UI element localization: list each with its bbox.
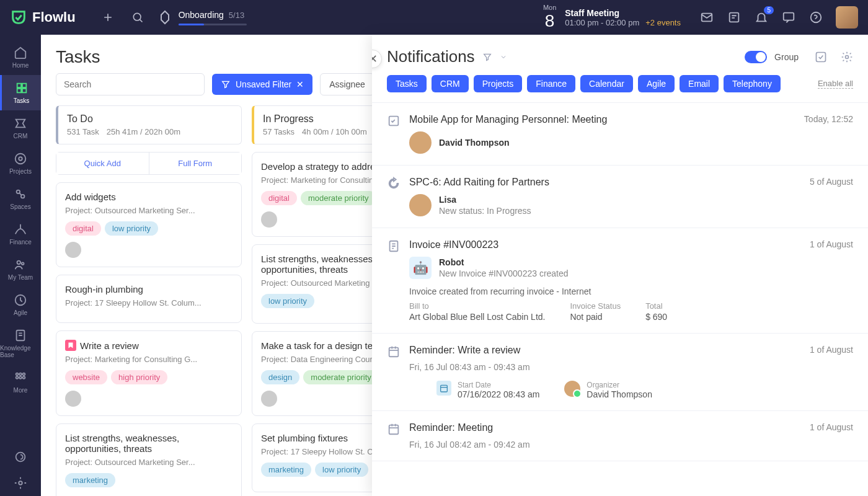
notif-date: Today, 12:52: [804, 114, 853, 124]
filter-chip-crm[interactable]: CRM: [432, 75, 469, 92]
svg-rect-8: [22, 89, 25, 92]
card-title: List strengths, weaknesses, opportunitie…: [65, 433, 232, 454]
notif-date: 5 of August: [810, 177, 853, 187]
full-form-button[interactable]: Full Form: [149, 153, 242, 174]
sidebar-item-knowledge-base[interactable]: Knowledge Base: [0, 322, 41, 365]
onboarding[interactable]: Onboarding 5/13: [157, 10, 247, 25]
assignee-avatar[interactable]: [261, 391, 277, 407]
unsaved-filter-pill[interactable]: Unsaved Filter ✕: [212, 74, 312, 95]
svg-rect-5: [17, 84, 20, 87]
tag[interactable]: digital: [261, 191, 297, 205]
gear-icon[interactable]: [841, 51, 853, 63]
task-card[interactable]: Add widgets Project: Outsourced Marketin…: [56, 182, 242, 267]
notification-item[interactable]: Reminder: Meeting1 of August Fri, 16 Jul…: [372, 411, 868, 461]
notif-date: 1 of August: [810, 422, 853, 432]
notification-item[interactable]: Reminder: Write a review1 of August Fri,…: [372, 334, 868, 411]
check-all-icon[interactable]: [815, 51, 827, 63]
quick-add-button[interactable]: Quick Add: [56, 153, 149, 174]
topbar: Flowlu Onboarding 5/13 Mon 8 Staff Meeti…: [0, 0, 868, 35]
help-icon[interactable]: [808, 10, 823, 25]
search-icon[interactable]: [130, 10, 145, 25]
card-project: Project: Outsourced Marketing Ser...: [65, 206, 232, 215]
sidebar-help-icon[interactable]: [0, 444, 41, 470]
svg-point-14: [22, 262, 24, 265]
sidebar-item-my-team[interactable]: My Team: [0, 252, 41, 287]
bell-icon[interactable]: 5: [754, 10, 769, 25]
user-avatar: [409, 131, 432, 154]
assignee-avatar[interactable]: [261, 211, 277, 228]
search-input[interactable]: [56, 73, 205, 95]
sidebar-item-projects[interactable]: Projects: [0, 146, 41, 181]
filter-label: Unsaved Filter: [236, 79, 291, 89]
tag[interactable]: low priority: [315, 463, 368, 477]
group-label: Group: [774, 52, 799, 62]
svg-point-9: [16, 154, 26, 164]
date-section[interactable]: Mon 8 Staff Meeting 01:00 pm - 02:00 pm …: [543, 4, 681, 31]
assignee-dropdown[interactable]: Assignee: [320, 73, 374, 95]
tag[interactable]: high priority: [111, 370, 167, 384]
task-card[interactable]: Write a review Project: Marketing for Co…: [56, 330, 242, 416]
chevron-down-icon[interactable]: [500, 53, 507, 61]
sidebar-item-home[interactable]: Home: [0, 40, 41, 75]
page-title: Tasks: [56, 47, 100, 67]
filter-chip-agile[interactable]: Agile: [638, 75, 675, 92]
svg-point-21: [19, 376, 22, 379]
tag[interactable]: moderate priority: [301, 191, 376, 205]
assignee-avatar[interactable]: [65, 391, 81, 407]
filter-chip-projects[interactable]: Projects: [474, 75, 523, 92]
onboarding-count: 5/13: [229, 11, 244, 20]
filter-chip-calendar[interactable]: Calendar: [580, 75, 633, 92]
tag[interactable]: marketing: [65, 473, 115, 487]
filter-icon[interactable]: [482, 52, 492, 62]
notif-user-name: Robot: [439, 257, 569, 267]
chat-icon[interactable]: [781, 10, 796, 25]
calendar-icon: [387, 422, 401, 450]
group-toggle[interactable]: [745, 51, 767, 63]
meeting-more-events[interactable]: +2 events: [645, 18, 681, 27]
notif-detail: Invoice created from recurring invoice -…: [409, 286, 853, 296]
task-card[interactable]: List strengths, weaknesses, opportunitie…: [56, 423, 242, 496]
sidebar-item-spaces[interactable]: Spaces: [0, 181, 41, 216]
notifications-panel: ✕ Notifications Group TasksCRMProjectsFi…: [372, 35, 868, 496]
filter-close-icon[interactable]: ✕: [296, 79, 304, 89]
assignee-avatar[interactable]: [65, 242, 81, 258]
notification-item[interactable]: Invoice #INV0002231 of August 🤖RobotNew …: [372, 228, 868, 334]
tag[interactable]: digital: [65, 221, 101, 236]
notif-user-name: David Thompson: [439, 138, 510, 148]
svg-rect-7: [17, 89, 20, 92]
mail-icon[interactable]: [699, 10, 714, 25]
note-icon[interactable]: [727, 10, 742, 25]
logo[interactable]: Flowlu: [10, 9, 76, 26]
tag[interactable]: marketing: [261, 463, 311, 477]
sidebar-settings-icon[interactable]: [0, 470, 41, 496]
sidebar-item-finance[interactable]: Finance: [0, 216, 41, 252]
task-card[interactable]: Rough-in plumbing Project: 17 Sleepy Hol…: [56, 275, 242, 323]
filter-chip-finance[interactable]: Finance: [527, 75, 575, 92]
filter-chip-tasks[interactable]: Tasks: [387, 75, 427, 92]
svg-rect-3: [784, 13, 794, 20]
tag[interactable]: low priority: [261, 294, 314, 308]
tag[interactable]: low priority: [105, 221, 158, 236]
column-header: To Do 531 Task25h 41m / 202h 00m: [56, 105, 242, 144]
tag[interactable]: design: [261, 370, 299, 384]
user-avatar: [409, 194, 432, 216]
filter-chip-telephony[interactable]: Telephony: [724, 75, 781, 92]
svg-rect-31: [389, 425, 399, 435]
svg-point-19: [23, 373, 25, 376]
plus-icon[interactable]: [100, 10, 115, 25]
tag[interactable]: moderate priority: [303, 370, 379, 384]
organizer-avatar: [564, 381, 580, 397]
sidebar-item-crm[interactable]: CRM: [0, 110, 41, 146]
tag[interactable]: website: [65, 370, 107, 384]
svg-point-10: [19, 157, 22, 161]
card-project: Project: Marketing for Consulting G...: [65, 355, 232, 364]
sidebar-item-more[interactable]: More: [0, 365, 41, 400]
sidebar-item-agile[interactable]: Agile: [0, 287, 41, 322]
filter-chip-email[interactable]: Email: [680, 75, 719, 92]
notification-badge: 5: [764, 6, 774, 14]
sidebar-item-tasks[interactable]: Tasks: [0, 75, 41, 110]
enable-all-link[interactable]: Enable all: [818, 79, 853, 89]
user-avatar[interactable]: [836, 6, 858, 29]
notification-item[interactable]: SPC-6: Add Raiting for Partners5 of Augu…: [372, 166, 868, 228]
notification-item[interactable]: Mobile App for Managing Personnel: Meeti…: [372, 103, 868, 166]
